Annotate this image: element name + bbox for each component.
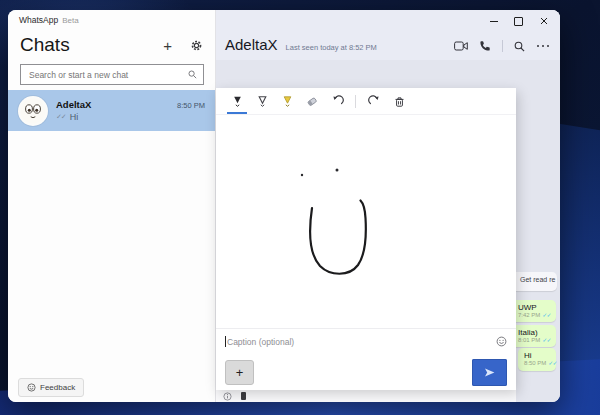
video-call-button[interactable] (454, 41, 468, 51)
search-icon (188, 70, 197, 79)
conversation-title-row: AdeltaX Last seen today at 8:52 PM (225, 36, 377, 53)
info-icon[interactable] (223, 392, 232, 401)
message-meta: 8:01 PM ✓✓ (518, 336, 550, 343)
close-button[interactable] (531, 12, 556, 30)
redo-button[interactable] (363, 88, 385, 114)
voice-call-button[interactable] (479, 40, 491, 52)
highlighter-icon (281, 95, 294, 108)
attachment-thumbnail (241, 392, 246, 400)
window-controls (481, 12, 556, 30)
gear-icon (190, 39, 203, 52)
redo-icon (368, 95, 381, 108)
new-chat-button[interactable]: + (163, 38, 172, 53)
maximize-icon (514, 17, 523, 26)
conversation-actions (454, 40, 550, 52)
chat-name: AdeltaX (56, 99, 177, 110)
chat-list-item-adeltax[interactable]: AdeltaX 8:50 PM ✓✓ Hi (8, 90, 215, 131)
minimize-icon (490, 21, 498, 22)
trash-icon (393, 95, 406, 108)
pen-tool-button[interactable] (226, 88, 248, 114)
smiley-icon (496, 336, 507, 347)
search-icon (514, 41, 525, 52)
eraser-tool-button[interactable] (301, 88, 323, 114)
highlighter-tool-button[interactable] (276, 88, 298, 114)
chats-header: Chats + (20, 34, 203, 56)
app-name: WhatsApp (19, 15, 58, 25)
feedback-button[interactable]: Feedback (18, 378, 84, 397)
chat-time: 8:50 PM (177, 101, 205, 110)
double-check-icon: ✓✓ (548, 359, 556, 366)
pen-outline-icon (256, 95, 269, 108)
search-box (20, 64, 204, 85)
message-time: 8:01 PM (518, 337, 540, 343)
pen-filled-icon (231, 95, 244, 108)
conversation-pane: AdeltaX Last seen today at 8:52 PM (216, 10, 560, 402)
read-receipt-icon: ✓✓ (56, 113, 66, 121)
conversation-header: AdeltaX Last seen today at 8:52 PM (216, 10, 560, 60)
chat-meta: AdeltaX 8:50 PM ✓✓ Hi (56, 99, 205, 122)
chat-preview: Hi (70, 112, 79, 122)
double-check-icon: ✓✓ (542, 311, 550, 318)
send-icon (483, 366, 496, 379)
message-time: 8:50 PM (524, 360, 546, 366)
minimize-button[interactable] (481, 12, 506, 30)
ink-drawing (216, 115, 516, 330)
app-window: WhatsAppBeta Chats + (8, 10, 560, 402)
avatar (18, 96, 48, 126)
conversation-name: AdeltaX (225, 36, 278, 53)
page-title: Chats (20, 34, 163, 56)
delete-drawing-button[interactable] (388, 88, 410, 114)
text-caret (225, 336, 226, 347)
emoji-button[interactable] (496, 336, 507, 347)
undo-icon (331, 95, 344, 108)
outgoing-message-bubble[interactable]: Hi 8:50 PM ✓✓ (518, 348, 556, 371)
search-in-chat-button[interactable] (514, 41, 525, 52)
window-title: WhatsAppBeta (19, 15, 79, 25)
double-check-icon: ✓✓ (542, 336, 550, 343)
message-meta: 8:50 PM ✓✓ (524, 359, 556, 366)
more-icon (536, 44, 550, 48)
eraser-icon (305, 95, 319, 108)
face-avatar-icon (20, 98, 46, 124)
attachment-actions: + (216, 354, 516, 390)
caption-placeholder: Caption (optional) (227, 337, 294, 347)
message-time: 7:42 PM (518, 312, 540, 318)
undo-button[interactable] (326, 88, 348, 114)
drawing-canvas[interactable] (216, 115, 516, 328)
feedback-smiley-icon (27, 383, 36, 392)
last-seen-status: Last seen today at 8:52 PM (286, 43, 377, 52)
sidebar: WhatsAppBeta Chats + (8, 10, 216, 402)
send-button[interactable] (472, 359, 507, 386)
message-meta: 7:42 PM ✓✓ (518, 311, 550, 318)
pencil-tool-button[interactable] (251, 88, 273, 114)
video-call-icon (454, 41, 468, 51)
feedback-label: Feedback (40, 383, 75, 392)
voice-call-icon (479, 40, 491, 52)
message-text: Get read re (520, 276, 555, 283)
close-icon (540, 17, 548, 25)
divider (355, 95, 356, 108)
more-options-button[interactable] (536, 44, 550, 48)
drawing-toolbar (216, 88, 516, 115)
search-input[interactable] (27, 69, 188, 81)
caption-field[interactable]: Caption (optional) (216, 328, 516, 354)
drawing-editor: Caption (optional) + (216, 88, 516, 390)
settings-gear-button[interactable] (190, 39, 203, 52)
add-attachment-button[interactable]: + (225, 360, 254, 385)
compose-bottom-strip (216, 390, 516, 402)
desktop-wallpaper: WhatsAppBeta Chats + (0, 0, 600, 415)
maximize-button[interactable] (506, 12, 531, 30)
divider (502, 40, 503, 52)
beta-badge: Beta (62, 16, 78, 25)
